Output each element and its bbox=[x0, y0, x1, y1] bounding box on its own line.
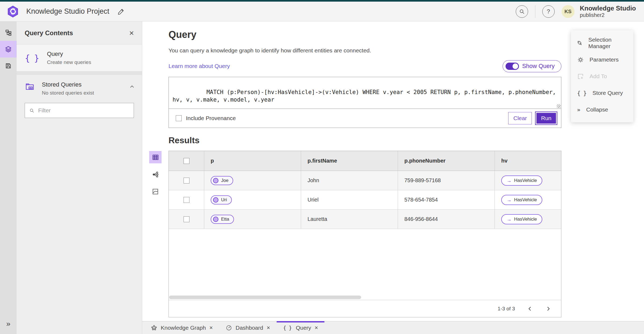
row-checkbox[interactable] bbox=[184, 197, 189, 203]
query-editor[interactable]: MATCH (p:Person)-[hv:HasVehicle]->(v:Veh… bbox=[169, 77, 561, 109]
query-heading: Query bbox=[169, 21, 561, 40]
user-name: Knowledge Studio bbox=[580, 5, 636, 12]
table-row: Joe John 759-889-57168 → HasVehicle bbox=[169, 171, 561, 190]
search-icon bbox=[519, 9, 525, 15]
select-all-checkbox[interactable] bbox=[184, 158, 189, 164]
close-tab-icon[interactable]: × bbox=[315, 325, 318, 331]
column-header-p[interactable]: p bbox=[204, 151, 301, 171]
edit-title-icon[interactable] bbox=[117, 8, 125, 15]
layers-icon bbox=[5, 45, 12, 53]
add-to-button: Add To bbox=[571, 68, 633, 85]
chevron-double-right-icon: » bbox=[577, 106, 581, 113]
show-query-label: Show Query bbox=[522, 63, 555, 70]
help-button[interactable]: ? bbox=[542, 5, 555, 18]
chevron-double-right-icon: » bbox=[6, 319, 10, 328]
row-checkbox[interactable] bbox=[184, 178, 189, 184]
search-button[interactable] bbox=[516, 5, 528, 18]
results-heading: Results bbox=[169, 135, 561, 145]
chevron-right-icon bbox=[545, 306, 551, 312]
close-panel-icon[interactable]: × bbox=[129, 29, 134, 37]
bottom-tab-bar: Knowledge Graph × Dashboard × { } Query … bbox=[142, 321, 644, 334]
query-tools-panel: Selection Manager Parameters Add To { } … bbox=[571, 30, 633, 122]
rail-item-layers[interactable] bbox=[0, 41, 17, 58]
column-header-phonenumber[interactable]: p.phoneNumber bbox=[398, 151, 495, 171]
header-divider bbox=[535, 5, 535, 18]
graph-view-button[interactable] bbox=[149, 168, 162, 181]
run-button[interactable]: Run bbox=[535, 112, 557, 125]
column-header-hv[interactable]: hv bbox=[495, 151, 561, 171]
cell-phonenumber: 578-654-7854 bbox=[404, 197, 438, 203]
filter-field bbox=[25, 103, 134, 118]
store-query-button[interactable]: { } Store Query bbox=[571, 85, 633, 101]
user-role: publisher2 bbox=[580, 12, 636, 18]
table-view-button[interactable] bbox=[149, 151, 162, 163]
toggle-switch-on bbox=[506, 63, 519, 70]
collapse-section-button[interactable] bbox=[129, 84, 135, 90]
gear-icon bbox=[577, 56, 584, 63]
rail-item-data-model[interactable] bbox=[0, 24, 17, 41]
chevron-left-icon bbox=[527, 306, 533, 312]
clear-button[interactable]: Clear bbox=[508, 112, 532, 124]
rail-item-save[interactable] bbox=[0, 58, 17, 74]
scrollbar-thumb[interactable] bbox=[169, 296, 361, 299]
entity-pill[interactable]: Joe bbox=[211, 176, 233, 185]
selection-manager-icon bbox=[577, 39, 583, 47]
query-editor-box: MATCH (p:Person)-[hv:HasVehicle]->(v:Veh… bbox=[169, 77, 561, 128]
stored-queries-label: Stored Queries bbox=[42, 81, 94, 88]
column-header-firstname[interactable]: p.firstName bbox=[301, 151, 398, 171]
previous-page-button[interactable] bbox=[527, 306, 533, 312]
arrow-right-icon: → bbox=[507, 197, 511, 202]
expand-rail-button[interactable]: » bbox=[0, 319, 17, 328]
relationship-pill[interactable]: → HasVehicle bbox=[501, 214, 542, 224]
tab-label: Knowledge Graph bbox=[161, 325, 206, 331]
app-header: Knowledge Studio Project ? KS Knowledge … bbox=[0, 2, 644, 21]
arrow-right-icon: → bbox=[507, 217, 511, 222]
save-icon bbox=[5, 62, 12, 69]
query-list-item[interactable]: { } Query Create new queries bbox=[17, 45, 142, 71]
relationship-pill[interactable]: → HasVehicle bbox=[501, 175, 542, 186]
app-logo-icon bbox=[6, 5, 19, 18]
dashboard-gauge-icon bbox=[226, 325, 232, 331]
next-page-button[interactable] bbox=[545, 306, 551, 312]
close-tab-icon[interactable]: × bbox=[209, 325, 213, 331]
left-icon-rail: » bbox=[0, 21, 17, 334]
tab-knowledge-graph[interactable]: Knowledge Graph × bbox=[144, 321, 219, 334]
query-contents-panel: Query Contents × { } Query Create new qu… bbox=[17, 21, 142, 334]
tab-label: Query bbox=[296, 325, 311, 331]
tab-query[interactable]: { } Query × bbox=[277, 321, 325, 334]
main-area: Query You can query a knowledge graph to… bbox=[142, 21, 644, 334]
close-tab-icon[interactable]: × bbox=[267, 325, 270, 331]
chevron-up-icon bbox=[129, 84, 135, 90]
tab-dashboard[interactable]: Dashboard × bbox=[219, 321, 277, 334]
collapse-panel-button[interactable]: » Collapse bbox=[571, 101, 633, 118]
relationship-pill[interactable]: → HasVehicle bbox=[501, 195, 542, 205]
table-row: Uri Uriel 578-654-7854 → HasVehicle bbox=[169, 190, 561, 210]
map-view-button[interactable] bbox=[149, 185, 162, 198]
pagination-bar: 1-3 of 3 bbox=[169, 300, 561, 317]
entity-node-icon bbox=[213, 178, 218, 183]
resize-handle[interactable] bbox=[557, 104, 561, 108]
query-item-label: Query bbox=[47, 51, 91, 58]
parameters-button[interactable]: Parameters bbox=[571, 51, 633, 68]
cell-firstname: Lauretta bbox=[308, 216, 327, 222]
user-info[interactable]: Knowledge Studio publisher2 bbox=[580, 5, 636, 18]
search-icon bbox=[29, 108, 34, 113]
entity-node-icon bbox=[213, 217, 218, 222]
horizontal-scrollbar bbox=[169, 295, 561, 300]
cell-firstname: Uriel bbox=[308, 197, 319, 203]
row-checkbox[interactable] bbox=[184, 216, 189, 222]
add-to-icon bbox=[577, 73, 584, 80]
avatar[interactable]: KS bbox=[562, 5, 575, 18]
filter-input[interactable] bbox=[38, 107, 129, 114]
section-divider bbox=[17, 71, 142, 75]
query-text: MATCH (p:Person)-[hv:HasVehicle]->(v:Veh… bbox=[173, 89, 559, 103]
show-query-toggle[interactable]: Show Query bbox=[503, 60, 561, 72]
selection-manager-button[interactable]: Selection Manager bbox=[571, 35, 633, 51]
data-model-icon bbox=[5, 29, 12, 36]
entity-pill[interactable]: Uri bbox=[211, 195, 232, 204]
learn-more-link[interactable]: Learn more about Query bbox=[169, 63, 230, 69]
query-description: You can query a knowledge graph to ident… bbox=[169, 47, 561, 54]
cell-firstname: John bbox=[308, 177, 319, 184]
stored-queries-section[interactable]: Stored Queries No stored queries exist bbox=[17, 75, 142, 101]
entity-pill[interactable]: Etta bbox=[211, 215, 234, 224]
